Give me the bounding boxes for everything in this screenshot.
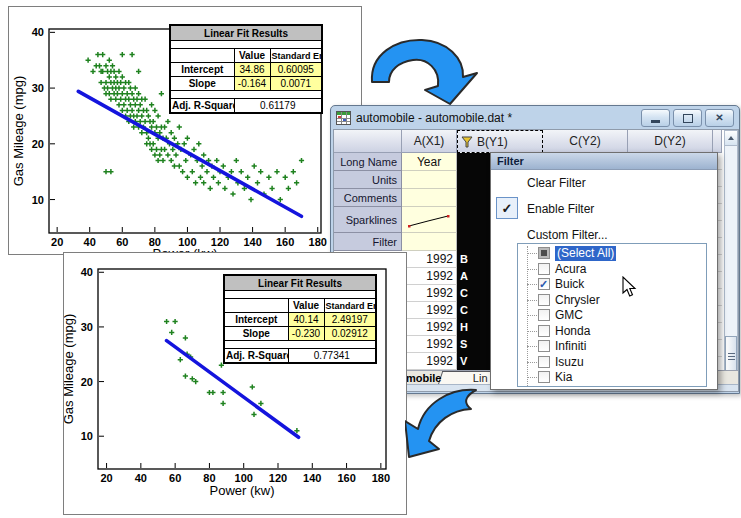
tree-twig [527, 284, 537, 285]
svg-text:140: 140 [243, 236, 261, 248]
cell-make-partial[interactable]: C [460, 302, 468, 319]
tree-twig [527, 331, 537, 332]
cell-year[interactable]: 1992 [402, 285, 457, 302]
checkbox-icon[interactable] [538, 278, 550, 290]
filter-list-item-chrysler[interactable]: Chrysler [518, 293, 706, 309]
filter-item-label: Buick [555, 277, 584, 292]
row-label-units[interactable]: Units [334, 171, 402, 189]
svg-text:60: 60 [116, 236, 128, 248]
row-label-comments[interactable]: Comments [334, 189, 402, 207]
slope-value: -0.230 [288, 327, 324, 341]
close-button[interactable]: ✕ [705, 109, 734, 127]
fit-table-title: Linear Fit Results [170, 25, 322, 41]
restore-button[interactable] [673, 109, 702, 127]
worksheet-titlebar[interactable]: automobile - automobile.dat * ✕ [331, 106, 739, 129]
col-header-standard-error: Standard Error [270, 49, 322, 63]
sheet-tab-automobile[interactable]: mobile [406, 371, 441, 385]
filter-list-item-infiniti[interactable]: Infiniti [518, 339, 706, 355]
cell-make-partial[interactable]: H [460, 319, 468, 336]
cell-make-partial[interactable]: C [460, 285, 468, 302]
cell-year[interactable]: 1992 [402, 251, 457, 268]
column-header-d[interactable]: D(Y2) [628, 130, 713, 153]
graph-window-filtered-data: 2040608010012014016018010203040Gas Milea… [63, 252, 407, 515]
column-header-b-label: B(Y1) [477, 135, 508, 149]
column-header-a[interactable]: A(X1) [402, 130, 457, 153]
cell-year[interactable]: 1992 [402, 353, 457, 370]
row-label-sparklines[interactable]: Sparklines [334, 207, 402, 233]
slope-label: Slope [224, 327, 288, 341]
intercept-label: Intercept [224, 313, 288, 327]
tree-twig [527, 362, 537, 363]
cell-make-partial[interactable]: A [460, 268, 468, 285]
linear-fit-results-table-1: Linear Fit Results Value Standard Error … [169, 24, 323, 114]
cell-make-partial[interactable]: B [460, 251, 468, 268]
checkbox-icon[interactable] [538, 325, 550, 337]
cell-comments-a[interactable] [402, 189, 457, 207]
filter-list-item-buick[interactable]: Buick [518, 277, 706, 293]
filter-list-item-acura[interactable]: Acura [518, 262, 706, 278]
filter-list-item-honda[interactable]: Honda [518, 324, 706, 340]
cell-units-a[interactable] [402, 171, 457, 189]
checkbox-icon[interactable] [538, 263, 550, 275]
filter-list-item-partial[interactable] [518, 386, 706, 388]
filter-item-label: Chrysler [555, 293, 600, 308]
filter-list-item-isuzu[interactable]: Isuzu [518, 355, 706, 371]
enable-filter-checkmark-icon: ✓ [496, 197, 518, 219]
adj-rsquare-label: Adj. R-Square [224, 349, 288, 364]
checkbox-icon[interactable] [538, 371, 550, 383]
filter-list-item-kia[interactable]: Kia [518, 370, 706, 386]
row-label-filter[interactable]: Filter [334, 233, 402, 251]
cell-long-name-a[interactable]: Year [402, 153, 457, 171]
slope-label: Slope [170, 77, 234, 91]
filter-item-label: GMC [555, 308, 583, 323]
corner-header-cell[interactable] [334, 130, 402, 153]
checkbox-icon[interactable] [538, 387, 550, 388]
intercept-value: 40.14 [288, 313, 324, 327]
svg-text:20: 20 [51, 236, 63, 248]
svg-text:60: 60 [169, 472, 181, 484]
menu-item-clear-filter[interactable]: Clear Filter [527, 175, 586, 191]
menu-item-custom-filter[interactable]: Custom Filter... [527, 227, 608, 243]
checkbox-icon[interactable] [538, 247, 550, 259]
checkbox-icon[interactable] [538, 309, 550, 321]
svg-text:20: 20 [81, 376, 93, 388]
checkbox-icon[interactable] [538, 340, 550, 352]
restore-icon [683, 114, 693, 123]
filter-item-label: Kia [555, 370, 572, 385]
svg-text:30: 30 [81, 321, 93, 333]
svg-text:180: 180 [309, 236, 327, 248]
graph-window-all-data: 2040608010012014016018010203040Gas Milea… [8, 6, 362, 255]
cell-make-partial[interactable]: S [460, 336, 467, 353]
minimize-button[interactable] [641, 109, 670, 127]
scroll-up-arrow-icon[interactable] [725, 131, 737, 146]
cell-make-partial[interactable]: V [460, 353, 467, 370]
tree-twig [527, 377, 537, 378]
intercept-se: 2.49197 [324, 313, 376, 327]
cell-sparkline-a[interactable] [402, 207, 457, 233]
col-header-value: Value [234, 49, 270, 63]
tree-twig [527, 253, 537, 254]
cell-year[interactable]: 1992 [402, 319, 457, 336]
checkbox-icon[interactable] [538, 356, 550, 368]
menu-item-enable-filter[interactable]: Enable Filter [527, 201, 594, 217]
slope-value: -0.164 [234, 77, 270, 91]
slope-se: 0.0071 [270, 77, 322, 91]
column-header-b[interactable]: B(Y1) [457, 130, 543, 153]
cell-filter-a[interactable] [402, 233, 457, 251]
cell-year[interactable]: 1992 [402, 336, 457, 353]
filter-list-item-gmc[interactable]: GMC [518, 308, 706, 324]
svg-text:Gas Mileage (mpg): Gas Mileage (mpg) [11, 76, 26, 187]
col-header-standard-error: Standard Error [324, 299, 376, 313]
fit-table-title: Linear Fit Results [224, 275, 376, 291]
column-header-partial [713, 130, 722, 153]
filter-item-label: Infiniti [555, 339, 586, 354]
tree-twig [527, 315, 537, 316]
row-label-long-name[interactable]: Long Name [334, 153, 402, 171]
checkbox-icon[interactable] [538, 294, 550, 306]
cell-year[interactable]: 1992 [402, 268, 457, 285]
vertical-scrollbar[interactable] [724, 130, 738, 384]
column-header-c[interactable]: C(Y2) [543, 130, 628, 153]
filter-list-item-selectall[interactable]: (Select All) [518, 246, 706, 262]
svg-text:160: 160 [337, 472, 355, 484]
cell-year[interactable]: 1992 [402, 302, 457, 319]
